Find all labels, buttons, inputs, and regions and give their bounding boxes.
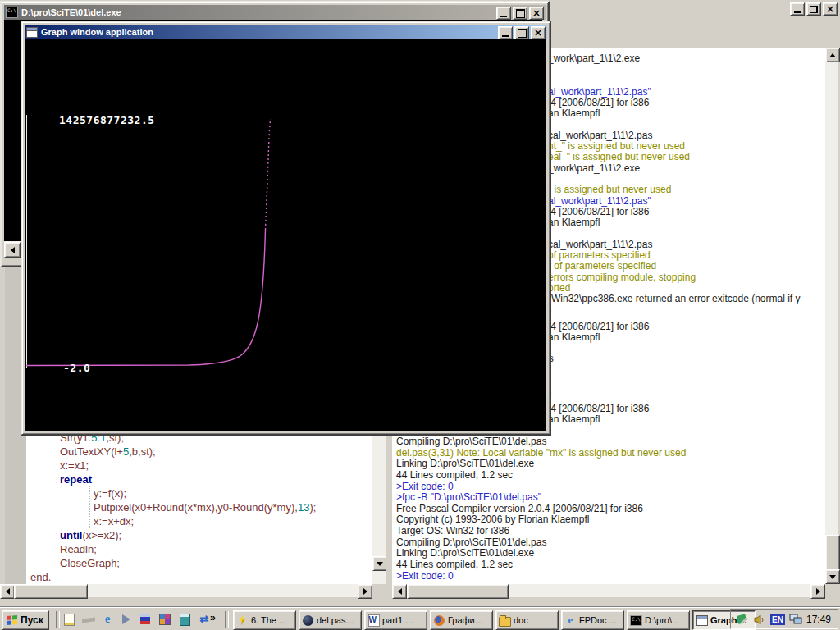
calculator-icon[interactable] xyxy=(180,614,190,626)
console-titlebar[interactable]: C:\ D:\pro\SciTE\01\del.exe × xyxy=(4,5,546,20)
editor-hscroll-thumb[interactable] xyxy=(14,584,88,599)
taskbar-separator xyxy=(225,611,229,628)
agent-tray-icon[interactable] xyxy=(736,613,749,626)
quick-launch: e⇄ xyxy=(62,612,211,627)
volume-icon[interactable] xyxy=(753,613,766,626)
firefox-icon xyxy=(433,614,445,627)
scroll-right-button[interactable] xyxy=(810,584,825,599)
taskbar-separator xyxy=(56,611,60,628)
output-line: errors compiling module, stopping xyxy=(548,272,696,283)
scroll-down-button[interactable] xyxy=(825,569,840,584)
scroll-up-button[interactable] xyxy=(825,48,840,62)
restore-button[interactable] xyxy=(806,2,821,16)
network-icon[interactable] xyxy=(789,613,802,626)
output-line: eal_" is assigned but never used xyxy=(548,152,690,162)
editor-hscrollbar[interactable] xyxy=(0,584,372,597)
graph-titlebar[interactable]: Graph window application × xyxy=(25,25,547,39)
taskbar: Пуск e⇄ » 6. The ...del.pas...Wpart1....… xyxy=(0,607,840,630)
taskbar-button[interactable]: Графи... xyxy=(430,610,493,630)
output-line: -Win32\ppc386.exe returned an error exit… xyxy=(548,294,800,304)
console-icon: C:\ xyxy=(6,7,18,18)
restore-icon xyxy=(810,6,818,13)
code-line: Putpixel(x0+Round(x*mx),y0-Round(y*my),1… xyxy=(94,500,316,514)
minimize-icon xyxy=(794,6,801,13)
code-line: y:=f(x); xyxy=(94,486,126,500)
console-caption-buttons: × xyxy=(496,7,544,20)
start-button[interactable]: Пуск xyxy=(2,610,49,630)
output-hscroll-thumb[interactable] xyxy=(407,584,509,599)
language-indicator[interactable]: EN xyxy=(770,614,785,625)
output-line: Copyright (c) 1993-2006 by Florian Klaem… xyxy=(396,514,589,525)
output-line: _work\part_1\1\2.exe xyxy=(548,163,640,174)
floppy-save-icon[interactable] xyxy=(140,614,150,624)
application-window-icon xyxy=(26,27,38,38)
output-line: >Exit code: 0 xyxy=(396,571,454,582)
taskbar-button-label: doc xyxy=(514,615,528,625)
folder-icon xyxy=(499,614,511,627)
sync-icon[interactable]: ⇄ xyxy=(198,613,211,626)
minimize-icon xyxy=(502,30,509,37)
curve-solid xyxy=(26,230,266,366)
window-icon xyxy=(696,614,708,627)
minimize-button[interactable] xyxy=(498,26,513,39)
minimize-button[interactable] xyxy=(790,2,805,16)
taskbar-button-label: 6. The ... xyxy=(251,615,286,625)
code-line: Readln; xyxy=(60,542,97,556)
maximize-button[interactable] xyxy=(514,26,529,39)
x-min-label: -2.0 xyxy=(63,362,90,374)
taskbar-buttons: 6. The ...del.pas...Wpart1....Графи...do… xyxy=(233,610,756,630)
close-button[interactable]: × xyxy=(823,2,838,16)
console-icon xyxy=(630,614,642,627)
output-hscrollbar[interactable] xyxy=(392,584,825,597)
scroll-left-button[interactable] xyxy=(0,584,15,599)
word-icon: W xyxy=(368,614,380,627)
taskbar-button[interactable]: eFPDoc ... xyxy=(561,610,624,630)
close-icon: × xyxy=(532,9,541,17)
quicklaunch-overflow-chevron[interactable]: » xyxy=(210,612,216,623)
taskbar-button-label: del.pas... xyxy=(317,615,354,625)
close-button[interactable]: × xyxy=(531,26,546,39)
minimize-button[interactable] xyxy=(496,7,511,20)
taskbar-button[interactable]: doc xyxy=(495,610,559,630)
scroll-right-button[interactable] xyxy=(358,584,372,599)
lightning-icon xyxy=(236,614,249,627)
graph-window[interactable]: Graph window application × 142576877232.… xyxy=(21,21,551,436)
taskbar-button[interactable]: D:\pro\... xyxy=(627,610,690,630)
code-line: x:=x+dx; xyxy=(94,514,134,528)
curve-dotted xyxy=(266,119,271,230)
close-icon: × xyxy=(534,29,542,37)
show-desktop-icon[interactable] xyxy=(82,615,95,625)
ie-icon: e xyxy=(564,614,577,627)
console-title: D:\pro\SciTE\01\del.exe xyxy=(21,7,121,17)
code-line: end. xyxy=(30,570,51,584)
output-line: an Klaempfl xyxy=(548,217,600,228)
media-play-icon[interactable] xyxy=(122,614,130,624)
maximize-icon xyxy=(516,9,525,18)
output-line: an Klaempfl xyxy=(548,414,600,425)
y-max-label: 142576877232.5 xyxy=(59,114,155,126)
arrow-up-icon xyxy=(829,53,836,57)
internet-explorer-icon[interactable]: e xyxy=(101,613,114,626)
maximize-button[interactable] xyxy=(513,7,527,20)
code-line: OutTextXY(l+5,b,st); xyxy=(60,445,156,459)
output-line: Compiling D:\pro\SciTE\01\del.pas xyxy=(396,436,546,447)
taskbar-button[interactable]: Wpart1.... xyxy=(364,610,427,630)
arrow-right-icon xyxy=(363,588,368,595)
graph-plot xyxy=(25,39,546,431)
arrow-right-icon xyxy=(816,588,820,595)
clock[interactable]: 17:49 xyxy=(806,614,831,625)
output-line: an Klaempfl xyxy=(548,108,600,119)
scroll-left-button[interactable] xyxy=(392,584,407,599)
taskbar-button[interactable]: 6. The ... xyxy=(233,610,296,630)
close-button[interactable]: × xyxy=(529,7,544,20)
output-line: an Klaempfl xyxy=(548,332,600,343)
output-vscrollbar[interactable] xyxy=(825,48,838,584)
output-line: _work\part_1\1\2.exe xyxy=(548,53,640,64)
scroll-left-button[interactable] xyxy=(4,242,21,258)
close-icon: × xyxy=(826,5,834,13)
package-icon[interactable] xyxy=(159,614,171,625)
taskbar-button[interactable]: del.pas... xyxy=(299,610,362,630)
output-line: r of parameters specified xyxy=(548,261,656,272)
document-icon[interactable] xyxy=(64,614,75,626)
output-vscroll-thumb[interactable] xyxy=(825,535,840,571)
